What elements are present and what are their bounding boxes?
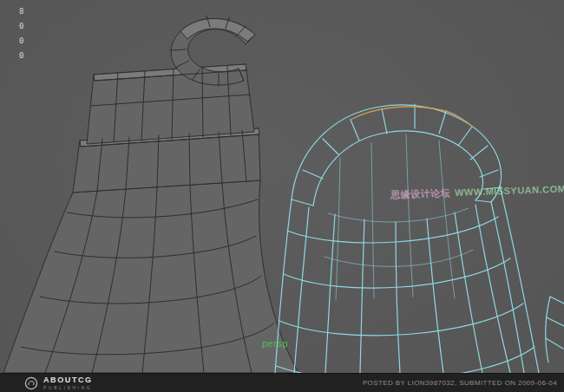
- logo-subtitle: PUBLISHING: [43, 386, 93, 390]
- overlay-digits: 8 0 0 0: [19, 4, 23, 63]
- overlay-digit: 0: [19, 49, 23, 63]
- shaded-mesh-model[interactable]: [3, 16, 298, 373]
- aboutcg-logo-icon: [24, 376, 38, 390]
- overlay-digit: 0: [19, 19, 23, 34]
- camera-label: persp: [262, 338, 288, 349]
- application-window: 8 0 0 0 persp 思缘设计论坛WWW.MISSYUAN.COM ABO…: [0, 0, 564, 392]
- watermark-url-text: WWW.MISSYUAN.COM: [455, 183, 564, 197]
- watermark-forum-text: 思缘设计论坛: [390, 187, 450, 199]
- 3d-viewport[interactable]: 8 0 0 0 persp 思缘设计论坛WWW.MISSYUAN.COM: [0, 0, 564, 373]
- wireframe-fragment[interactable]: [546, 297, 564, 363]
- aboutcg-logo: ABOUTCG PUBLISHING: [24, 376, 93, 390]
- overlay-digit: 8: [19, 4, 23, 19]
- logo-title: ABOUTCG: [43, 376, 93, 384]
- status-bar: ABOUTCG PUBLISHING POSTED BY lion3987032…: [0, 373, 564, 392]
- aboutcg-logo-text: ABOUTCG PUBLISHING: [43, 376, 93, 390]
- wireframe-mesh-model[interactable]: [275, 104, 539, 373]
- overlay-digit: 0: [19, 34, 23, 49]
- credit-text: POSTED BY lion3987032, SUBMITTED ON 2009…: [363, 379, 557, 387]
